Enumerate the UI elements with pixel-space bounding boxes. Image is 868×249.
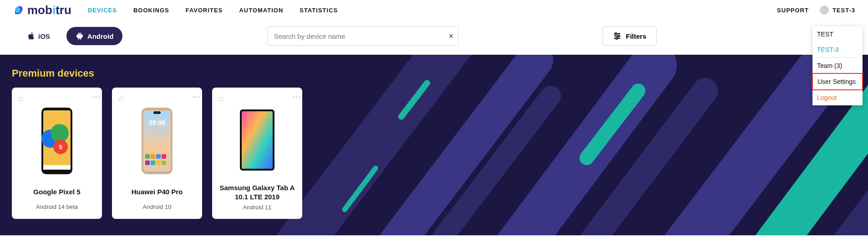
filters-label: Filters [626,32,646,40]
device-card[interactable]: ☆ ⋮ 5 Google Pixel 5 Android 14 beta [12,88,102,219]
svg-rect-34 [162,154,166,159]
svg-rect-31 [145,154,150,159]
device-card[interactable]: ☆ ⋮ 08:08 [112,88,202,219]
filters-button[interactable]: Filters [603,26,657,46]
device-name: Samsung Galaxy Tab A 10.1 LTE 2019 [217,183,298,201]
nav-bookings[interactable]: BOOKINGS [133,7,169,14]
toolbar: iOS Android ✕ Filters [0,20,868,55]
svg-rect-35 [145,161,150,165]
svg-rect-30 [153,111,161,114]
dropdown-current-user[interactable]: TEST-3 [812,42,863,57]
card-menu-icon[interactable]: ⋮ [96,93,97,101]
nav-favorites[interactable]: FAVORITES [186,7,223,14]
device-card[interactable]: ☆ ⋮ Samsung Galaxy Tab A 10.1 LTE 2019 A… [212,88,302,219]
main-nav: DEVICES BOOKINGS FAVORITES AUTOMATION ST… [88,7,338,14]
top-bar: mobitru DEVICES BOOKINGS FAVORITES AUTOM… [0,0,868,20]
svg-rect-38 [162,161,166,165]
search-input[interactable] [267,26,458,46]
support-link[interactable]: SUPPORT [777,7,809,14]
logo[interactable]: mobitru [13,3,71,17]
section-title: Premium devices [12,67,856,79]
svg-point-0 [15,7,20,13]
device-name: Huawei P40 Pro [132,183,183,201]
nav-automation[interactable]: AUTOMATION [239,7,283,14]
ios-label: iOS [38,32,50,40]
svg-rect-40 [242,111,273,169]
device-os: Android 14 beta [36,203,78,210]
device-name: Google Pixel 5 [33,183,80,201]
search-clear-icon[interactable]: ✕ [448,32,454,40]
favorite-icon[interactable]: ☆ [16,93,25,104]
apple-icon [27,32,35,40]
android-icon [76,32,84,40]
user-dropdown: TEST TEST-3 Team (3) User Settings Logou… [812,26,863,105]
favorite-icon[interactable]: ☆ [117,93,125,104]
device-image: 5 [39,107,75,175]
svg-rect-25 [43,165,71,170]
device-image [239,107,275,175]
device-cards: ☆ ⋮ 5 Google Pixel 5 Android 14 beta ☆ ⋮ [12,88,856,219]
android-toggle[interactable]: Android [66,27,123,45]
svg-rect-33 [156,154,161,159]
svg-point-4 [618,35,619,37]
dropdown-header: TEST [812,26,863,42]
svg-rect-28 [144,111,170,152]
dropdown-logout[interactable]: Logout [812,90,863,105]
sliders-icon [613,32,621,40]
dropdown-team[interactable]: Team (3) [812,57,863,73]
card-menu-icon[interactable]: ⋮ [296,93,298,101]
favorite-icon[interactable]: ☆ [217,93,225,104]
card-menu-icon[interactable]: ⋮ [196,93,198,101]
logo-text-c: tru [56,3,71,17]
user-name: TEST-3 [832,7,855,14]
logo-text-a: mob [27,3,52,17]
android-label: Android [87,32,114,40]
nav-devices[interactable]: DEVICES [88,7,117,14]
svg-point-2 [615,33,617,35]
logo-icon [13,4,25,16]
avatar [820,5,829,15]
user-menu-trigger[interactable]: TEST-3 [820,5,855,15]
ios-toggle[interactable]: iOS [18,27,59,45]
device-image: 08:08 [139,107,175,175]
dropdown-user-settings[interactable]: User Settings [812,73,863,90]
svg-rect-36 [151,161,155,165]
svg-rect-32 [151,154,155,159]
device-os: Android 11 [243,204,272,211]
svg-text:08:08: 08:08 [149,119,165,126]
hero-section: Premium devices ☆ ⋮ 5 Google Pixel 5 And… [0,55,868,235]
svg-point-6 [616,37,618,39]
nav-statistics[interactable]: STATISTICS [299,7,338,14]
search-wrap: ✕ [267,26,458,46]
svg-rect-37 [156,161,161,165]
svg-text:5: 5 [59,144,62,150]
svg-point-22 [51,124,69,142]
device-os: Android 10 [143,203,172,210]
